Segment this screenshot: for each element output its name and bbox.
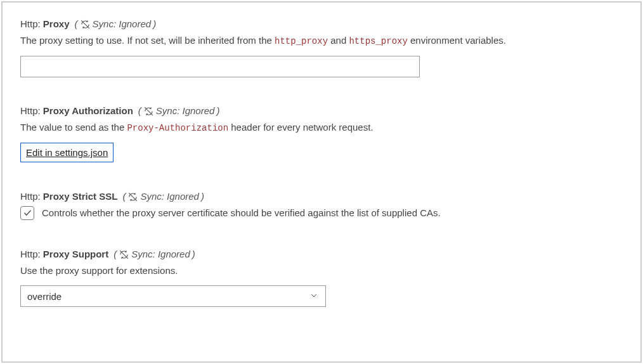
setting-http-proxy-authorization: Http: Proxy Authorization (Sync: Ignored… [20,105,623,163]
sync-off-icon [80,18,91,30]
setting-name: Proxy Authorization [43,105,133,116]
svg-line-1 [145,107,153,115]
sync-off-icon [127,190,138,202]
code-proxy-authorization: Proxy-Authorization [127,123,228,133]
setting-http-proxy-support: Http: Proxy Support (Sync: Ignored) Use … [20,248,623,307]
sync-badge-text: Sync: Ignored [140,191,199,202]
setting-http-proxy: Http: Proxy (Sync: Ignored) The proxy se… [20,18,623,77]
sync-ignored-badge: (Sync: Ignored) [138,105,220,117]
settings-panel: Http: Proxy (Sync: Ignored) The proxy se… [1,1,642,363]
setting-name: Proxy Support [43,249,108,259]
setting-category: Http: Proxy [20,18,70,29]
setting-title-row: Http: Proxy (Sync: Ignored) [20,18,623,30]
setting-title-row: Http: Proxy Authorization (Sync: Ignored… [20,105,623,117]
sync-badge-text: Sync: Ignored [93,18,152,29]
proxy-strict-ssl-checkbox[interactable] [20,206,34,220]
setting-description: Use the proxy support for extensions. [20,264,623,278]
code-http-proxy: http_proxy [275,36,328,46]
chevron-down-icon [309,290,319,302]
checkmark-icon [23,208,32,218]
code-https-proxy: https_proxy [349,36,407,46]
desc-text: header for every network request. [228,122,373,133]
setting-category: Http: Proxy Authorization [20,105,133,116]
setting-title-row: Http: Proxy Support (Sync: Ignored) [20,248,623,260]
sync-ignored-badge: (Sync: Ignored) [114,248,195,260]
setting-description: The proxy setting to use. If not set, wi… [20,34,623,48]
setting-description: Controls whether the proxy server certif… [42,206,441,221]
sync-ignored-badge: (Sync: Ignored) [122,190,204,202]
setting-name: Proxy [43,18,70,29]
setting-category: Http: Proxy Support [20,249,108,259]
setting-http-proxy-strict-ssl: Http: Proxy Strict SSL (Sync: Ignored) C… [20,190,623,220]
proxy-input[interactable] [20,56,420,77]
select-value: override [27,291,62,302]
sync-badge-text: Sync: Ignored [131,249,190,259]
setting-category: Http: Proxy Strict SSL [20,191,117,202]
desc-text: environment variables. [408,35,506,46]
sync-ignored-badge: (Sync: Ignored) [75,18,157,30]
setting-name: Proxy Strict SSL [43,191,118,202]
desc-text: and [328,35,349,46]
sync-off-icon [143,105,154,117]
checkbox-row: Controls whether the proxy server certif… [20,206,623,221]
proxy-support-select[interactable]: override [20,285,326,307]
edit-in-settings-json-link[interactable]: Edit in settings.json [20,143,114,162]
desc-text: The proxy setting to use. If not set, wi… [20,35,275,46]
sync-badge-text: Sync: Ignored [156,105,215,116]
svg-line-2 [129,193,138,201]
svg-line-3 [120,250,128,259]
setting-title-row: Http: Proxy Strict SSL (Sync: Ignored) [20,190,623,202]
setting-description: The value to send as the Proxy-Authoriza… [20,120,623,135]
svg-line-0 [81,20,89,29]
desc-text: The value to send as the [20,122,127,133]
sync-off-icon [119,248,129,260]
